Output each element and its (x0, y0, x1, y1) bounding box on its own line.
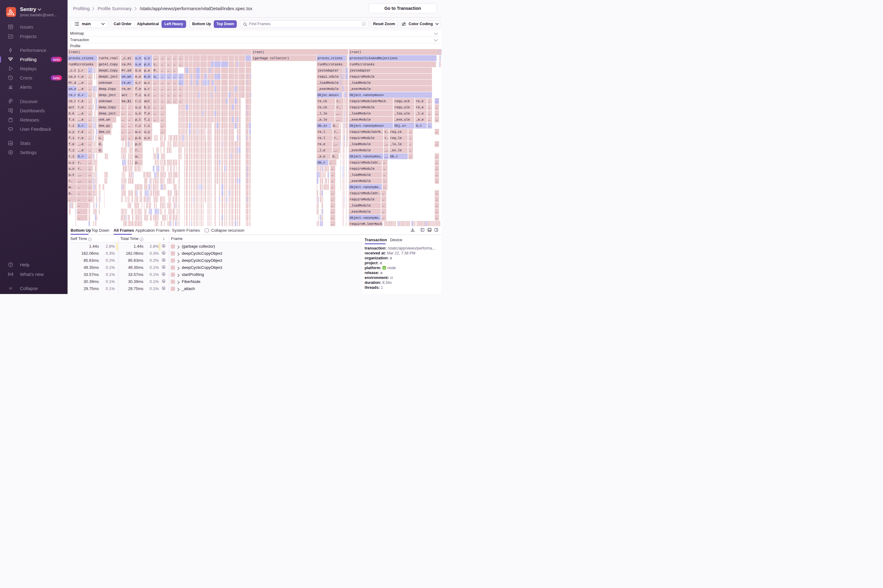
svg-text:proces…ctions: proces…ctions (69, 57, 93, 60)
svg-text:requireModuleOrMock: requireModuleOrMock (350, 99, 386, 103)
svg-text:O…>: O…> (78, 124, 84, 128)
svg-text:…: … (89, 136, 90, 140)
svg-text:p…: p… (135, 161, 139, 165)
svg-text:…: … (331, 173, 333, 177)
svg-text:…: … (435, 216, 437, 220)
svg-text:f…1: f…1 (144, 118, 150, 122)
svg-text:requireModule: requireModule (350, 106, 375, 109)
svg-text:r…: r… (69, 179, 72, 183)
svg-text:(root): (root) (253, 50, 264, 54)
svg-text:a…r: a…r (144, 87, 150, 91)
svg-text:_…: _… (153, 57, 157, 60)
svg-text:u…n: u…n (144, 136, 150, 140)
svg-text:r…: r… (385, 130, 388, 134)
svg-text:…: … (383, 161, 385, 165)
svg-text:re…e: re…e (416, 106, 424, 109)
svg-text:Pr…ed: Pr…ed (122, 69, 131, 72)
svg-text:r…: r… (385, 136, 388, 140)
svg-text:act: act (122, 93, 128, 97)
svg-text:w…: w… (69, 185, 72, 189)
svg-text:…: … (179, 57, 181, 60)
svg-text:runTe…rnal: runTe…rnal (99, 57, 117, 60)
svg-text:…: … (122, 118, 123, 122)
svg-text:…: … (435, 99, 437, 103)
svg-text:…: … (89, 69, 90, 72)
svg-text:…: … (173, 87, 175, 91)
svg-text:…: … (167, 75, 169, 79)
svg-text:r…: r… (78, 161, 81, 165)
svg-text:…: … (382, 198, 384, 201)
svg-text:…: … (89, 142, 90, 146)
svg-text:un…n: un…n (69, 87, 76, 91)
svg-text:O…e: O…e (135, 69, 141, 72)
svg-text:_…: _… (333, 142, 337, 146)
svg-text:…: … (153, 81, 155, 85)
svg-text:u…e: u…e (135, 63, 141, 66)
svg-text:…: … (435, 210, 437, 214)
svg-text:…: … (89, 75, 90, 79)
svg-text:requ…ule: requ…ule (395, 106, 410, 109)
svg-text:re…er: re…er (122, 81, 131, 85)
svg-text:…: … (331, 167, 333, 171)
svg-text:O…: O… (333, 124, 336, 128)
svg-text:_…: _… (333, 148, 337, 152)
svg-text:…: … (89, 154, 90, 158)
svg-text:…: … (78, 185, 80, 189)
svg-text:re…r: re…r (69, 99, 76, 103)
svg-text:…: … (167, 93, 169, 97)
svg-text:…: … (89, 112, 90, 116)
svg-text:…: … (167, 81, 169, 85)
svg-text:Object.<anonymo…: Object.<anonymo… (350, 216, 380, 220)
svg-text:…: … (128, 124, 130, 128)
svg-text:…: … (435, 204, 437, 207)
svg-text:w…: w… (135, 154, 139, 158)
svg-text:…: … (122, 112, 123, 116)
svg-text:…: … (167, 63, 169, 66)
svg-text:f…1: f…1 (69, 148, 74, 152)
svg-text:…: … (167, 57, 169, 60)
svg-text:_c…st: _c…st (121, 57, 131, 60)
svg-text:…: … (153, 93, 155, 97)
svg-text:j…r: j…r (78, 69, 84, 72)
svg-text:req…ck: req…ck (390, 130, 402, 134)
svg-text:_execModule: _execModule (349, 179, 371, 183)
svg-text:unknown: unknown (99, 99, 112, 103)
svg-text:e…e: e…e (135, 75, 141, 79)
svg-text:requireModule: requireModule (350, 167, 375, 171)
svg-text:r…e: r…e (78, 106, 84, 109)
svg-text:processTicksAndRejections: processTicksAndRejections (350, 57, 398, 60)
svg-text:r…c: r…c (135, 124, 141, 128)
svg-text:…: … (89, 87, 90, 91)
svg-text:a…t: a…t (144, 93, 150, 97)
svg-text:_…: _… (336, 118, 339, 122)
svg-text:…: … (161, 57, 163, 60)
svg-text:O…>: O…> (416, 124, 422, 128)
svg-text:…: … (383, 179, 385, 183)
svg-text:deep…ject: deep…ject (99, 112, 116, 116)
svg-text:_loadModule: _loadModule (349, 142, 371, 146)
svg-text:…: … (89, 198, 90, 201)
svg-text:Object.<anonymous>: Object.<anonymous> (350, 93, 384, 97)
svg-text:r…e: r…e (78, 75, 84, 79)
svg-text:(root): (root) (350, 50, 361, 54)
svg-text:_loadModule: _loadModule (349, 81, 371, 85)
svg-text:r…k: r…k (78, 130, 84, 134)
svg-text:m…d: m…d (144, 75, 150, 79)
svg-text:_execModule: _execModule (349, 118, 371, 122)
svg-text:u…n: u…n (135, 57, 141, 60)
svg-text:n: n (383, 266, 385, 269)
svg-text:…: … (89, 124, 90, 128)
svg-text:…: … (167, 69, 169, 72)
svg-text:_e…e: _e…e (416, 118, 424, 122)
svg-text:_…: _… (384, 142, 388, 146)
svg-text:…: … (161, 75, 163, 79)
svg-text:…: … (78, 216, 80, 220)
svg-text:_loa…ule: _loa…ule (394, 112, 410, 116)
svg-text:p…n: p…n (144, 63, 150, 66)
svg-text:…: … (330, 161, 332, 165)
svg-text:…: … (179, 93, 181, 97)
svg-text:deep…Copy: deep…Copy (99, 87, 116, 91)
svg-text:requireM…leOrMock: requireM…leOrMock (350, 222, 382, 226)
svg-text:…: … (173, 57, 175, 60)
svg-text:runMicrotasks: runMicrotasks (317, 63, 342, 66)
